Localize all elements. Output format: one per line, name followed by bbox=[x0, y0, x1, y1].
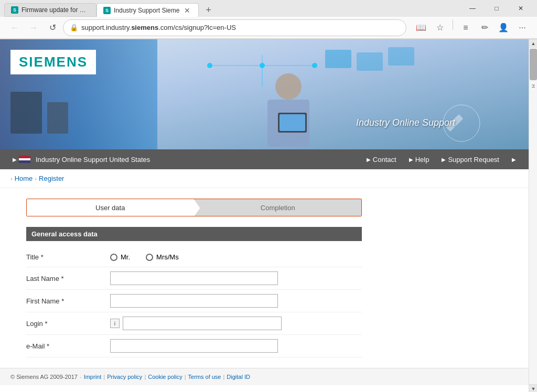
form-row-firstname: First Name * bbox=[26, 290, 362, 312]
tab-label-1: Firmware update for CPU 12 bbox=[22, 6, 90, 14]
svg-rect-2 bbox=[10, 92, 42, 134]
back-button[interactable]: ← bbox=[6, 19, 23, 36]
footer-sep-0: - bbox=[80, 374, 82, 380]
nav-menu-left: ▶ Industry Online Support United States bbox=[6, 156, 360, 164]
nav-menu-more[interactable]: ▶ bbox=[506, 157, 522, 162]
tab-label-2: Industry Support Sieme bbox=[114, 7, 179, 14]
email-label: e-Mail * bbox=[26, 342, 110, 350]
step-user-data: User data bbox=[27, 199, 195, 216]
divider bbox=[453, 19, 453, 30]
help-chevron-icon: ▶ bbox=[409, 157, 413, 162]
steps-bar: User data Completion bbox=[26, 199, 362, 216]
scroll-thumb[interactable] bbox=[530, 49, 537, 80]
breadcrumb-home[interactable]: Home bbox=[15, 175, 33, 182]
minimize-button[interactable]: — bbox=[460, 0, 485, 17]
nav-menu-support-request[interactable]: ▶ Support Request bbox=[435, 156, 506, 164]
maximize-button[interactable]: □ bbox=[485, 0, 509, 17]
svg-rect-3 bbox=[47, 102, 68, 134]
svg-rect-15 bbox=[280, 114, 305, 131]
svg-point-7 bbox=[312, 63, 317, 68]
footer-sep-4: | bbox=[223, 374, 224, 380]
footer-link-digital-id[interactable]: Digital ID bbox=[227, 374, 250, 380]
window-controls: — □ ✕ bbox=[460, 0, 533, 17]
close-button[interactable]: ✕ bbox=[509, 0, 533, 17]
nav-menu-contact[interactable]: ▶ Contact bbox=[360, 156, 403, 164]
nav-menu-country-label: Industry Online Support United States bbox=[36, 156, 150, 164]
siemens-logo: SIEMENS bbox=[10, 50, 96, 74]
svg-point-8 bbox=[207, 63, 212, 68]
refresh-button[interactable]: ↺ bbox=[44, 19, 61, 36]
hero-banner: SIEMENS Industry Online Support bbox=[0, 39, 529, 149]
footer-sep-3: | bbox=[185, 374, 186, 380]
svg-rect-9 bbox=[325, 50, 351, 68]
login-label: Login * bbox=[26, 320, 110, 328]
footer-link-imprint[interactable]: Imprint bbox=[84, 374, 102, 380]
step-2-label: Completion bbox=[261, 204, 295, 212]
lastname-label: Last Name * bbox=[26, 275, 110, 282]
section-header: General access data bbox=[26, 227, 362, 241]
address-bar[interactable]: 🔒 support.industry.siemens.com/cs/signup… bbox=[63, 19, 406, 36]
email-input[interactable] bbox=[110, 339, 278, 353]
nav-menu-bar: ▶ Industry Online Support United States … bbox=[0, 149, 529, 169]
page-footer: © Siemens AG 2009-2017 - Imprint | Priva… bbox=[0, 368, 529, 385]
tab-icon-1: S bbox=[11, 6, 18, 14]
radio-mrs[interactable]: Mrs/Ms bbox=[146, 253, 179, 261]
hero-tagline: Industry Online Support bbox=[356, 117, 455, 128]
reader-view-button[interactable]: 📖 bbox=[413, 19, 429, 36]
tab-industry-support[interactable]: S Industry Support Sieme ✕ bbox=[96, 3, 199, 17]
login-control: i bbox=[110, 317, 362, 330]
lock-icon: 🔒 bbox=[70, 24, 78, 31]
siemens-logo-text: SIEMENS bbox=[19, 54, 88, 70]
scroll-up-button[interactable]: ▲ bbox=[529, 39, 537, 48]
tab-bar: S Firmware update for CPU 12 S Industry … bbox=[4, 0, 216, 17]
main-content: SIEMENS Industry Online Support ▶ Indust… bbox=[0, 39, 529, 392]
notes-button[interactable]: ✏ bbox=[476, 19, 493, 36]
breadcrumb-sep-1: › bbox=[10, 176, 13, 182]
step-completion: Completion bbox=[195, 199, 362, 216]
svg-point-12 bbox=[275, 73, 302, 100]
title-options: Mr. Mrs/Ms bbox=[110, 253, 362, 261]
email-control bbox=[110, 339, 362, 353]
footer-link-terms[interactable]: Terms of use bbox=[188, 374, 221, 380]
footer-sep-1: | bbox=[103, 374, 105, 380]
login-input[interactable] bbox=[123, 317, 282, 330]
form-area: User data Completion General access data… bbox=[0, 188, 378, 368]
radio-mrs-circle bbox=[146, 254, 153, 261]
tab-firmware-update[interactable]: S Firmware update for CPU 12 bbox=[4, 3, 96, 17]
section-title: General access data bbox=[31, 230, 98, 238]
vertical-scrollbar[interactable]: ▲ H ▼ bbox=[529, 39, 537, 392]
form-row-lastname: Last Name * bbox=[26, 267, 362, 290]
favorites-button[interactable]: ☆ bbox=[432, 19, 448, 36]
firstname-label: First Name * bbox=[26, 297, 110, 305]
title-bar: S Firmware update for CPU 12 S Industry … bbox=[0, 0, 537, 17]
firstname-control bbox=[110, 294, 362, 308]
step-arrow bbox=[194, 199, 200, 216]
footer-sep-2: | bbox=[144, 374, 146, 380]
footer-link-cookie[interactable]: Cookie policy bbox=[148, 374, 182, 380]
login-info-icon[interactable]: i bbox=[110, 319, 120, 328]
login-input-wrap: i bbox=[110, 317, 362, 330]
svg-point-6 bbox=[260, 63, 265, 68]
footer-link-privacy[interactable]: Privacy policy bbox=[107, 374, 142, 380]
radio-mr[interactable]: Mr. bbox=[110, 253, 130, 261]
nav-menu-country-item[interactable]: ▶ Industry Online Support United States bbox=[6, 156, 156, 164]
nav-menu-support-label: Support Request bbox=[448, 156, 499, 164]
address-text: support.industry.siemens.com/cs/signup?l… bbox=[81, 24, 400, 31]
lastname-input[interactable] bbox=[110, 271, 278, 285]
breadcrumb-register[interactable]: Register bbox=[39, 175, 64, 182]
nav-tools: 📖 ☆ ≡ ✏ 👤 ··· bbox=[413, 19, 531, 36]
nav-menu-help-label: Help bbox=[415, 156, 429, 164]
tab-close-button[interactable]: ✕ bbox=[182, 6, 192, 15]
nav-menu-help[interactable]: ▶ Help bbox=[403, 156, 436, 164]
footer-copyright: © Siemens AG 2009-2017 bbox=[10, 374, 78, 380]
profile-button[interactable]: 👤 bbox=[495, 19, 512, 36]
new-tab-button[interactable]: + bbox=[201, 3, 216, 17]
nav-chevron-icon: ▶ bbox=[13, 157, 17, 162]
hub-button[interactable]: ≡ bbox=[457, 19, 474, 36]
title-label: Title * bbox=[26, 253, 110, 261]
nav-menu-contact-label: Contact bbox=[373, 156, 396, 164]
more-button[interactable]: ··· bbox=[514, 19, 531, 36]
scroll-down-button[interactable]: ▼ bbox=[529, 384, 537, 392]
forward-button[interactable]: → bbox=[25, 19, 42, 36]
firstname-input[interactable] bbox=[110, 294, 278, 308]
